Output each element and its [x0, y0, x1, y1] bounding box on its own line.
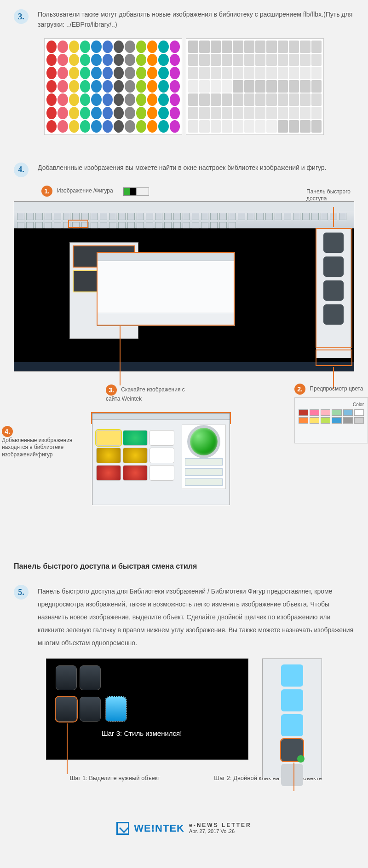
- library-gallery: [14, 38, 354, 135]
- color-swatch[interactable]: [343, 417, 353, 424]
- enews-title: e-NEWS LETTER: [189, 822, 252, 828]
- brand-name: WE!NTEK: [134, 820, 184, 836]
- selected-thumb[interactable]: [281, 739, 303, 761]
- toggle-on-icon: [123, 187, 136, 196]
- anno-2-label: Предпросмотр цвета: [310, 385, 363, 392]
- library-panel-gray: [186, 38, 324, 135]
- weintek-logo-icon: [116, 822, 129, 835]
- toggle-off-icon: [136, 187, 149, 196]
- color-swatch[interactable]: [354, 409, 364, 416]
- windows-taskbar: [14, 362, 354, 371]
- anno-4-label: Добавленные изображения находятся в библ…: [2, 437, 72, 458]
- panel-label: Панель быстрого доступа: [306, 188, 352, 203]
- enews-date: Apr. 27, 2017 Vol.26: [189, 828, 235, 834]
- color-swatch[interactable]: [332, 417, 341, 424]
- window-titlebar: [14, 202, 354, 211]
- section-subheading: Панель быстрого доступа и быстрая смена …: [14, 560, 354, 572]
- newsletter-footer: WE!NTEK e-NEWS LETTER Apr. 27, 2017 Vol.…: [0, 820, 368, 838]
- color-swatch[interactable]: [310, 409, 319, 416]
- anno-3-label: Скачайте изображения с сайта Weintek: [106, 386, 185, 402]
- anno-4-number: 4.: [2, 426, 13, 437]
- color-swatch[interactable]: [354, 417, 364, 424]
- anno-3-number: 3.: [106, 384, 117, 396]
- color-swatch[interactable]: [321, 417, 330, 424]
- step-3-text: Пользователи также могут добавлять новые…: [38, 9, 354, 30]
- color-swatch[interactable]: [310, 417, 319, 424]
- step-4-text: Добавленнные изображения вы можете найти…: [38, 163, 354, 173]
- quick-panel-2[interactable]: [262, 658, 322, 778]
- color-swatch[interactable]: [321, 409, 330, 416]
- color-swatch-card: Color: [294, 397, 368, 443]
- color-field-label: Color: [299, 402, 364, 408]
- style-step1-caption: Шаг 1: Выделите нужный объект: [46, 774, 184, 783]
- step-5-text: Панель быстрого доступа для Библиотеки и…: [38, 585, 354, 649]
- anno-2-number: 2.: [294, 384, 305, 395]
- leader-line-3: [120, 326, 121, 385]
- color-swatch[interactable]: [332, 409, 341, 416]
- anno-1-label: Изображение /Фигура: [57, 186, 113, 195]
- step-3-number: 3.: [14, 9, 29, 24]
- leader-line-step1: [67, 723, 68, 774]
- style-step3-text: Шаг 3: Стиль изменился!: [102, 728, 182, 739]
- color-swatch[interactable]: [343, 409, 353, 416]
- highlight-color-preview: [316, 350, 352, 366]
- step-5-number: 5.: [14, 585, 29, 600]
- anno-1-number: 1.: [41, 186, 52, 197]
- preview-big-button-icon: [190, 428, 218, 455]
- app-toolbar: [14, 211, 354, 228]
- color-swatch[interactable]: [299, 417, 308, 424]
- highlight-file-dialog: [97, 252, 235, 326]
- step-4-number: 4.: [14, 163, 29, 177]
- style-change-canvas: Шаг 3: Стиль изменился!: [46, 658, 248, 760]
- leader-line-step2: [293, 763, 294, 791]
- image-shape-toggle[interactable]: [123, 186, 149, 196]
- picture-library-window: [92, 413, 230, 505]
- highlight-toolbar-btn: [68, 220, 88, 228]
- color-swatch[interactable]: [299, 409, 308, 416]
- leader-line-panel: [333, 207, 334, 227]
- library-panel-colored: [44, 38, 182, 135]
- highlight-side-panel: [316, 228, 352, 348]
